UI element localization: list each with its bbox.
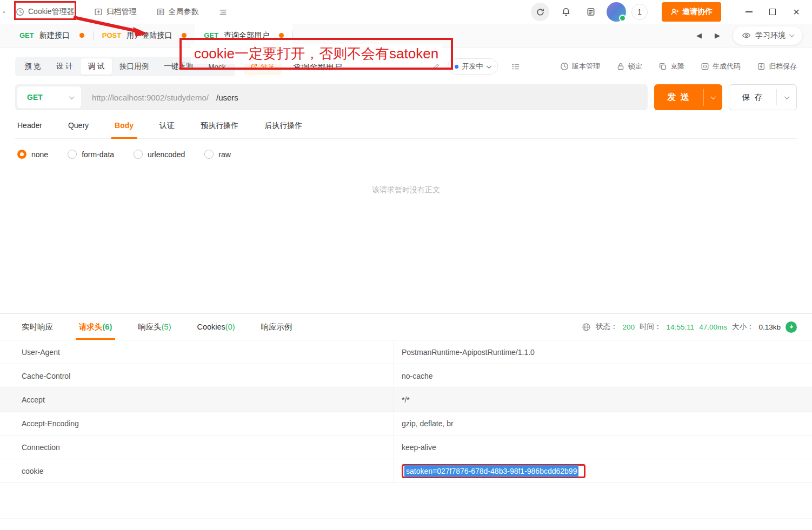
- doc-tab-method: GET: [19, 31, 34, 39]
- tab-label: 响应头: [138, 322, 162, 332]
- window-maximize-button[interactable]: [764, 4, 781, 20]
- clone-icon: [658, 62, 667, 71]
- duration-value: 47.00ms: [699, 323, 727, 331]
- directory-tree-button[interactable]: [511, 62, 520, 71]
- tab-body[interactable]: Body: [102, 121, 147, 138]
- tab-response-example[interactable]: 响应示例: [248, 314, 305, 340]
- environment-label: 学习环境: [755, 31, 786, 41]
- body-type-label: raw: [218, 150, 231, 159]
- doc-tab-label: 新建接口: [39, 31, 70, 41]
- tab-pre-exec[interactable]: 预执行操作: [188, 121, 251, 138]
- body-type-urlencoded[interactable]: urlencoded: [134, 150, 185, 159]
- mode-debug[interactable]: 调 试: [81, 58, 112, 75]
- notifications-button[interactable]: [557, 3, 575, 21]
- chevron-down-icon: [486, 63, 491, 69]
- table-row: cookie satoken=027f7876-678d-48b3-98f1-9…: [0, 459, 812, 483]
- clone-label: 克隆: [670, 62, 684, 71]
- body-type-form-data[interactable]: form-data: [68, 150, 114, 159]
- api-status-label: 开发中: [462, 62, 483, 71]
- window-close-button[interactable]: ×: [788, 4, 804, 20]
- send-button[interactable]: 发 送: [654, 84, 722, 110]
- collaborator-count-badge[interactable]: 1: [631, 4, 648, 20]
- history-back-button[interactable]: ◀: [696, 31, 702, 39]
- satoken-selected-text[interactable]: satoken=027f7876-678d-48b3-98f1-986bcdd6…: [404, 465, 578, 477]
- satoken-annotation-box: satoken=027f7876-678d-48b3-98f1-986bcdd6…: [402, 464, 585, 478]
- tab-post-exec[interactable]: 后执行操作: [251, 121, 315, 138]
- download-response-button[interactable]: [786, 321, 797, 333]
- memo-icon: [586, 7, 596, 17]
- version-manage-button[interactable]: 版本管理: [560, 62, 600, 71]
- clone-button[interactable]: 克隆: [658, 62, 684, 71]
- generate-code-button[interactable]: 生成代码: [701, 62, 741, 71]
- tabbar-right: ◀ ▶ 学习环境: [696, 24, 812, 47]
- table-row: Accept */*: [0, 388, 812, 412]
- api-status-selector[interactable]: 开发中: [448, 58, 498, 75]
- tab-label: 请求头: [79, 322, 103, 332]
- tab-header[interactable]: Header: [15, 121, 55, 138]
- tab-cookies[interactable]: Cookies(0): [184, 314, 248, 340]
- window-minimize-button[interactable]: [741, 4, 757, 20]
- archive-save-icon: [757, 62, 766, 71]
- header-value: gzip, deflate, br: [394, 419, 812, 428]
- body-type-label: form-data: [82, 150, 114, 159]
- radio-icon: [68, 150, 77, 159]
- bottom-divider: [0, 519, 812, 523]
- table-row: Accept-Encoding gzip, deflate, br: [0, 412, 812, 435]
- table-row: Cache-Control no-cache: [0, 364, 812, 388]
- save-dropdown-button[interactable]: [777, 85, 796, 110]
- chevron-down-icon: [789, 32, 795, 37]
- sync-button[interactable]: [531, 3, 549, 21]
- bottom-spacer: [0, 483, 812, 519]
- eye-icon: [742, 31, 751, 40]
- generate-code-label: 生成代码: [713, 62, 741, 71]
- history-forward-button[interactable]: ▶: [715, 31, 720, 39]
- mode-usecase[interactable]: 接口用例: [112, 58, 156, 75]
- mode-preview[interactable]: 预 览: [17, 58, 49, 75]
- cookie-manager-annotation-box: [14, 1, 76, 20]
- body-type-label: none: [31, 150, 48, 159]
- response-tabs: 实时响应 请求头(6) 响应头(5) Cookies(0) 响应示例 状态： 2…: [0, 314, 812, 340]
- header-key: Cache-Control: [0, 364, 394, 387]
- lock-button[interactable]: 锁定: [616, 62, 642, 71]
- toolbar-actions: 版本管理 锁定 克隆 生成代码 归档保存: [560, 62, 797, 71]
- body-type-none[interactable]: none: [17, 150, 48, 159]
- list-icon: [218, 8, 228, 17]
- tab-realtime-response[interactable]: 实时响应: [15, 314, 66, 340]
- empty-body-message: 该请求暂时没有正文: [372, 185, 440, 194]
- feedback-button[interactable]: [582, 3, 600, 21]
- status-code: 200: [623, 323, 635, 331]
- invite-collaboration-button[interactable]: 邀请协作: [662, 2, 721, 22]
- environment-selector[interactable]: 学习环境: [733, 26, 802, 45]
- history-clock-icon: [560, 62, 569, 71]
- tab-request-headers[interactable]: 请求头(6): [66, 314, 125, 340]
- method-select[interactable]: GET: [17, 86, 81, 108]
- radio-icon: [134, 150, 143, 159]
- tab-auth[interactable]: 认证: [147, 121, 188, 138]
- header-value: */*: [394, 395, 812, 404]
- lock-label: 锁定: [628, 62, 642, 71]
- send-dropdown-button[interactable]: [704, 84, 722, 110]
- url-bar: GET http://localhost:9002/studydemo/ /us…: [15, 84, 648, 110]
- user-avatar[interactable]: [607, 2, 626, 22]
- body-type-label: urlencoded: [148, 150, 185, 159]
- menu-list-button[interactable]: [218, 8, 228, 17]
- url-input[interactable]: http://localhost:9002/studydemo/ /users: [92, 93, 238, 102]
- request-body-empty-area: 该请求暂时没有正文: [0, 159, 812, 313]
- menu-global-params[interactable]: 全局参数: [156, 7, 199, 17]
- table-row: User-Agent PostmanRuntime-ApipostRuntime…: [0, 340, 812, 364]
- tab-label: Cookies: [197, 323, 225, 331]
- archive-save-label: 归档保存: [769, 62, 797, 71]
- archive-save-button[interactable]: 归档保存: [757, 62, 797, 71]
- sync-icon: [536, 8, 545, 17]
- body-type-raw[interactable]: raw: [204, 150, 231, 159]
- status-dot: [455, 65, 458, 69]
- mode-design[interactable]: 设 计: [49, 58, 81, 75]
- save-button[interactable]: 保 存: [729, 84, 797, 110]
- body-type-options: none form-data urlencoded raw: [17, 150, 797, 159]
- app-window: Cookie管理器 归档管理 全局参数 1: [0, 0, 812, 530]
- tab-query[interactable]: Query: [55, 121, 102, 138]
- person-plus-icon: [670, 8, 679, 16]
- tab-response-headers[interactable]: 响应头(5): [125, 314, 184, 340]
- table-row: Connection keep-alive: [0, 435, 812, 459]
- size-label: 大小：: [732, 322, 754, 332]
